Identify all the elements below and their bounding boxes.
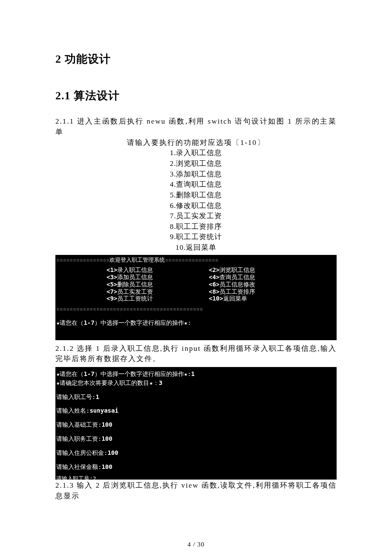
c2-line-6: 请输入职务工资:100	[55, 434, 337, 444]
menu-item-7: 7.员工实发工资	[170, 211, 222, 222]
c2-line-1: ★请您在（1-7）中选择一个数字进行相应的操作★:1	[55, 369, 337, 379]
console-menu-item: <3>添加员工信息	[107, 274, 183, 281]
menu-item-2: 2.浏览职工信息	[170, 159, 222, 169]
c2-line-8: 请输入社保金额:100	[55, 462, 337, 472]
page-number: 4 / 30	[55, 540, 337, 549]
menu-item-9: 9.职工工资统计	[170, 232, 222, 243]
paragraph-2-1-1: 2.1.1 进入主函数后执行 newu 函数,利用 switch 语句设计如图 …	[55, 116, 337, 137]
console-menu-item: <5>删除员工信息	[107, 281, 183, 288]
c2-line-7: 请输入住房公积金:100	[55, 448, 337, 458]
heading-section-2: 2 功能设计	[55, 51, 337, 67]
menu-item-5: 5.删除职工信息	[170, 190, 222, 201]
console-menu-item: <4>查询员工信息	[209, 274, 285, 281]
console-menu-item: <7>员工实发工资	[107, 288, 183, 295]
menu-item-3: 3.添加职工信息	[170, 169, 222, 180]
c2-line-9-cut: 请输入职工号:2	[55, 475, 337, 480]
menu-item-1: 1.录入职工信息	[170, 148, 222, 159]
console-prompt-range: 1-7	[84, 319, 94, 326]
console-menu-item: <1>录入职工信息	[107, 266, 183, 274]
console-title-line: ☆☆☆☆☆☆☆☆☆☆☆☆☆☆☆☆欢迎登入职工管理系统☆☆☆☆☆☆☆☆☆☆☆☆☆☆…	[56, 257, 336, 263]
c2-line-5: 请输入基础工资:100	[55, 419, 337, 430]
console-bottom-stars: ☆☆☆☆☆☆☆☆☆☆☆☆☆☆☆☆☆☆☆☆☆☆☆☆☆☆☆☆☆☆☆☆☆☆☆☆☆☆☆☆…	[56, 306, 336, 312]
console-screenshot-input: ★请您在（1-7）中选择一个数字进行相应的操作★:1 ★请确定您本次将要录入职工…	[55, 367, 337, 480]
console-menu-grid: <1>录入职工信息<2>浏览职工信息<3>添加员工信息<4>查询员工信息<5>删…	[107, 266, 285, 302]
menu-item-4: 4.查询职工信息	[170, 179, 222, 190]
console-menu-item: <8>员工工资排序	[209, 288, 285, 295]
menu-list-container: 1.录入职工信息2.浏览职工信息3.添加职工信息4.查询职工信息5.删除职工信息…	[55, 148, 337, 253]
console-menu-item: <9>员工工资统计	[107, 295, 183, 302]
menu-item-8: 8.职工工资排序	[170, 222, 222, 232]
console-menu-item: <10>返回菜单	[209, 295, 285, 302]
console-menu-item: <6>员工信息修改	[209, 281, 285, 288]
console-prompt-pre: ★请您在（	[56, 319, 84, 326]
heading-subsection-2-1: 2.1 算法设计	[55, 88, 337, 104]
paragraph-2-1-3: 2.1.3 输入 2 后浏览职工信息,执行 view 函数,读取文件,利用循环将…	[55, 480, 337, 501]
console-screenshot-menu: ☆☆☆☆☆☆☆☆☆☆☆☆☆☆☆☆欢迎登入职工管理系统☆☆☆☆☆☆☆☆☆☆☆☆☆☆…	[55, 255, 337, 340]
paragraph-2-1-1-prompt: 请输入要执行的功能对应选项〔1-10〕	[55, 138, 337, 148]
menu-item-6: 6.修改职工信息	[170, 201, 222, 211]
c2-line-3: 请输入职工号:1	[55, 392, 337, 402]
c2-line-4: 请输入姓名:sunyasai	[55, 405, 337, 416]
console-menu-item: <2>浏览职工信息	[209, 266, 285, 274]
console-prompt: ★请您在（1-7）中选择一个数字进行相应的操作★:	[56, 319, 336, 327]
c2-line-2: ★请确定您本次将要录入职工的数目★：3	[55, 379, 337, 388]
console-prompt-post: ）中选择一个数字进行相应的操作★:	[95, 319, 191, 326]
paragraph-2-1-2: 2.1.2 选择 1 后录入职工信息,执行 input 函数利用循环录入职工各项…	[55, 344, 337, 364]
menu-item-10: 10.返回菜单	[55, 243, 337, 253]
